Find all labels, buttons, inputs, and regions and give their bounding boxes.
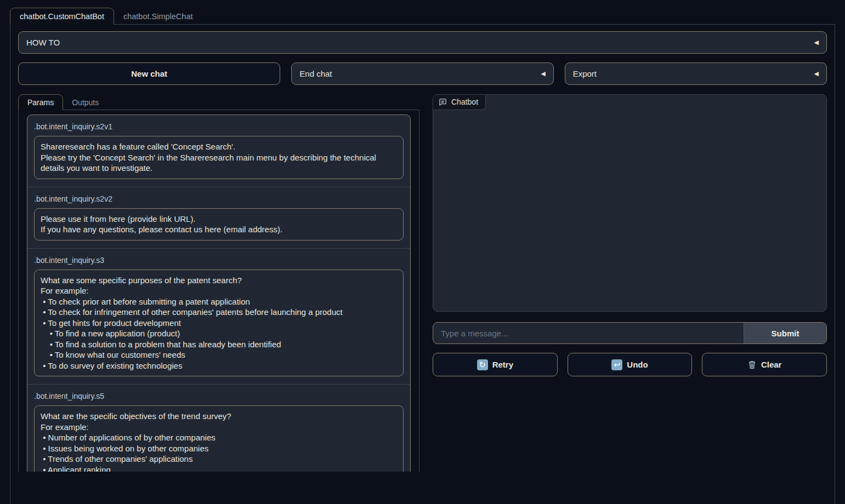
howto-label: HOW TO [26,38,60,47]
chevron-left-icon: ◀ [541,71,545,77]
retry-icon: ↻ [477,359,488,370]
chatbot-label-text: Chatbot [451,98,478,106]
clear-label: Clear [761,360,782,369]
param-field: .bot.intent_inquiry.s3 What are some spe… [27,248,410,385]
tab-custom-chatbot[interactable]: chatbot.CustomChatBot [10,8,114,25]
chevron-left-icon: ◀ [814,39,819,45]
top-tab-bar: chatbot.CustomChatBot chatbot.SimpleChat [10,8,835,25]
textbox-label: .bot.intent_inquiry.s3 [34,256,404,265]
param-field: .bot.intent_inquiry.s2v2 Please use it f… [27,187,410,248]
chatbot-panel: Chatbot [433,94,827,312]
textbox[interactable]: Shareresearch has a feature called 'Conc… [34,136,404,179]
textbox-label: .bot.intent_inquiry.s2v2 [34,194,404,203]
params-column: Params Outputs .bot.intent_inquiry.s2v1 … [18,94,419,472]
retry-button[interactable]: ↻ Retry [433,353,558,376]
chat-bubble-icon [439,98,447,106]
textbox[interactable]: Please use it from here (provide link UR… [34,208,404,240]
new-chat-button[interactable]: New chat [18,62,280,85]
textbox[interactable]: What are some specific purposes of the p… [34,270,404,377]
howto-accordion[interactable]: HOW TO ◀ [18,31,827,54]
trash-icon [747,360,757,370]
action-row: New chat End chat ◀ Export ◀ [18,62,827,85]
chat-action-buttons: ↻ Retry ↩ Undo [433,353,827,376]
chevron-left-icon: ◀ [814,71,819,77]
params-group: .bot.intent_inquiry.s2v1 Shareresearch h… [27,114,411,472]
chatbot-panel-label: Chatbot [433,95,486,110]
retry-label: Retry [492,360,513,369]
undo-icon: ↩ [611,359,622,370]
undo-label: Undo [627,360,648,369]
app-root: chatbot.CustomChatBot chatbot.SimpleChat… [0,0,845,504]
message-input[interactable] [433,323,744,343]
tab-outputs[interactable]: Outputs [63,94,107,110]
params-tab-content: .bot.intent_inquiry.s2v1 Shareresearch h… [18,110,419,472]
tab-params[interactable]: Params [18,94,63,110]
textbox-label: .bot.intent_inquiry.s5 [34,392,404,400]
tab-simple-chat[interactable]: chatbot.SimpleChat [114,8,202,25]
export-accordion[interactable]: Export ◀ [565,62,827,85]
message-input-row: Submit [433,322,827,344]
export-label: Export [573,69,597,78]
param-field: .bot.intent_inquiry.s2v1 Shareresearch h… [27,115,410,187]
chat-column: Chatbot Submit ↻ Retry ↩ Undo [433,94,827,376]
params-tab-bar: Params Outputs [18,94,419,110]
param-field: .bot.intent_inquiry.s5 What are the spec… [27,384,410,472]
tab-content: HOW TO ◀ New chat End chat ◀ Export ◀ Pa… [10,25,835,504]
undo-button[interactable]: ↩ Undo [568,353,693,376]
submit-button[interactable]: Submit [744,323,826,343]
textbox[interactable]: What are the specific objectives of the … [34,405,404,472]
textbox-label: .bot.intent_inquiry.s2v1 [34,122,404,131]
end-chat-accordion[interactable]: End chat ◀ [291,62,553,85]
clear-button[interactable]: Clear [702,353,827,376]
main-area: Params Outputs .bot.intent_inquiry.s2v1 … [18,94,827,472]
end-chat-label: End chat [299,69,332,78]
